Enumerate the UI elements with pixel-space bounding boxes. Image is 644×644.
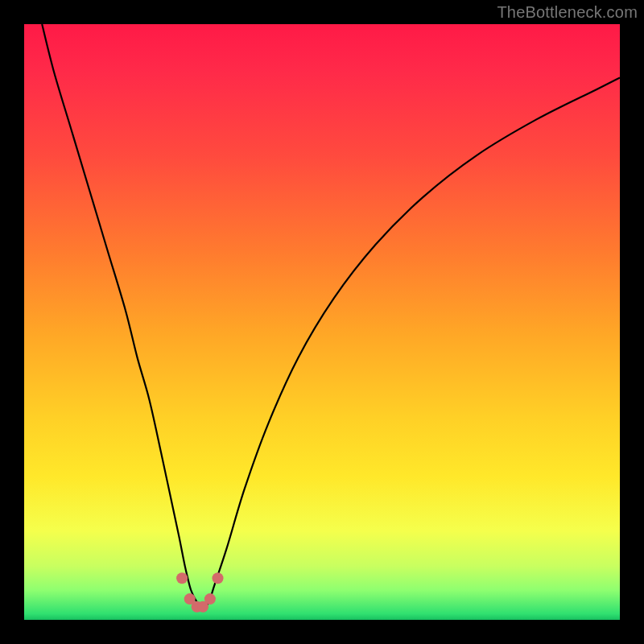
curve-dot	[213, 572, 224, 584]
plot-area	[24, 24, 620, 620]
chart-frame: TheBottleneck.com	[0, 0, 644, 644]
curve-dot	[176, 572, 188, 584]
bottleneck-curve-svg	[24, 24, 620, 620]
curve-dot	[204, 593, 216, 605]
bottleneck-curve	[42, 24, 620, 608]
watermark-text: TheBottleneck.com	[497, 3, 638, 22]
curve-dots	[176, 572, 223, 613]
